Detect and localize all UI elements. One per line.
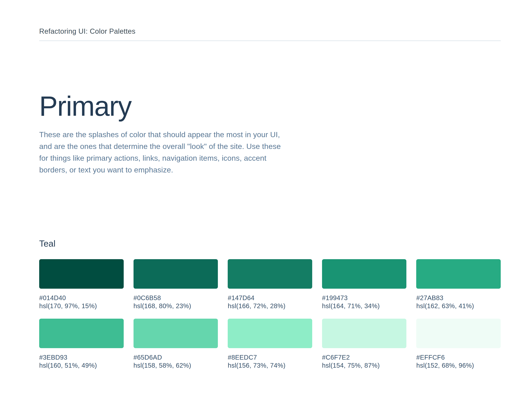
color-swatch xyxy=(416,319,501,348)
color-swatch xyxy=(133,319,218,348)
swatch-hsl-label: hsl(168, 80%, 23%) xyxy=(133,302,218,310)
swatch-hsl-label: hsl(156, 73%, 74%) xyxy=(228,361,312,369)
swatch-item: #8EEDC7 hsl(156, 73%, 74%) xyxy=(228,319,312,369)
swatch-hex-label: #014D40 xyxy=(39,294,124,302)
swatch-hex-label: #65D6AD xyxy=(133,353,218,361)
intro-line: borders, or text you want to emphasize. xyxy=(39,164,313,176)
page: Refactoring UI: Color Palettes Primary T… xyxy=(0,0,532,411)
color-swatch xyxy=(228,259,312,289)
intro-line: for things like primary actions, links, … xyxy=(39,152,313,164)
color-swatch xyxy=(228,319,312,348)
color-swatch xyxy=(133,259,218,289)
swatch-item: #27AB83 hsl(162, 63%, 41%) xyxy=(416,259,501,310)
color-swatch xyxy=(322,319,407,348)
swatch-hex-label: #EFFCF6 xyxy=(416,353,501,361)
swatch-item: #3EBD93 hsl(160, 51%, 49%) xyxy=(39,319,124,369)
swatch-hex-label: #147D64 xyxy=(228,294,312,302)
swatch-item: #C6F7E2 hsl(154, 75%, 87%) xyxy=(322,319,407,369)
swatch-hsl-label: hsl(164, 71%, 34%) xyxy=(322,302,407,310)
intro-line: and are the ones that determine the over… xyxy=(39,140,313,152)
palette-name: Teal xyxy=(39,238,501,249)
swatch-hsl-label: hsl(154, 75%, 87%) xyxy=(322,361,407,369)
palette-section: Teal #014D40 hsl(170, 97%, 15%) #0C6B58 … xyxy=(39,238,501,369)
swatch-hsl-label: hsl(160, 51%, 49%) xyxy=(39,361,124,369)
color-swatch xyxy=(39,319,124,348)
swatch-item: #0C6B58 hsl(168, 80%, 23%) xyxy=(133,259,218,310)
main-content: Primary These are the splashes of color … xyxy=(39,91,501,369)
swatch-hex-label: #3EBD93 xyxy=(39,353,124,361)
swatch-item: #199473 hsl(164, 71%, 34%) xyxy=(322,259,407,310)
swatch-hsl-label: hsl(162, 63%, 41%) xyxy=(416,302,501,310)
swatch-item: #EFFCF6 hsl(152, 68%, 96%) xyxy=(416,319,501,369)
intro-line: These are the splashes of color that sho… xyxy=(39,129,313,140)
swatch-hsl-label: hsl(166, 72%, 28%) xyxy=(228,302,312,310)
swatch-hex-label: #27AB83 xyxy=(416,294,501,302)
header-title: Refactoring UI: Color Palettes xyxy=(39,27,501,36)
color-swatch xyxy=(39,259,124,289)
swatch-hex-label: #199473 xyxy=(322,294,407,302)
page-title: Primary xyxy=(39,91,501,121)
color-swatch xyxy=(416,259,501,289)
swatch-item: #147D64 hsl(166, 72%, 28%) xyxy=(228,259,312,310)
swatch-grid: #014D40 hsl(170, 97%, 15%) #0C6B58 hsl(1… xyxy=(39,259,501,369)
swatch-hex-label: #0C6B58 xyxy=(133,294,218,302)
swatch-hex-label: #8EEDC7 xyxy=(228,353,312,361)
swatch-hex-label: #C6F7E2 xyxy=(322,353,407,361)
color-swatch xyxy=(322,259,407,289)
swatch-hsl-label: hsl(158, 58%, 62%) xyxy=(133,361,218,369)
page-header: Refactoring UI: Color Palettes xyxy=(39,0,501,41)
swatch-item: #014D40 hsl(170, 97%, 15%) xyxy=(39,259,124,310)
swatch-hsl-label: hsl(152, 68%, 96%) xyxy=(416,361,501,369)
intro-paragraph: These are the splashes of color that sho… xyxy=(39,129,313,176)
swatch-item: #65D6AD hsl(158, 58%, 62%) xyxy=(133,319,218,369)
swatch-hsl-label: hsl(170, 97%, 15%) xyxy=(39,302,124,310)
